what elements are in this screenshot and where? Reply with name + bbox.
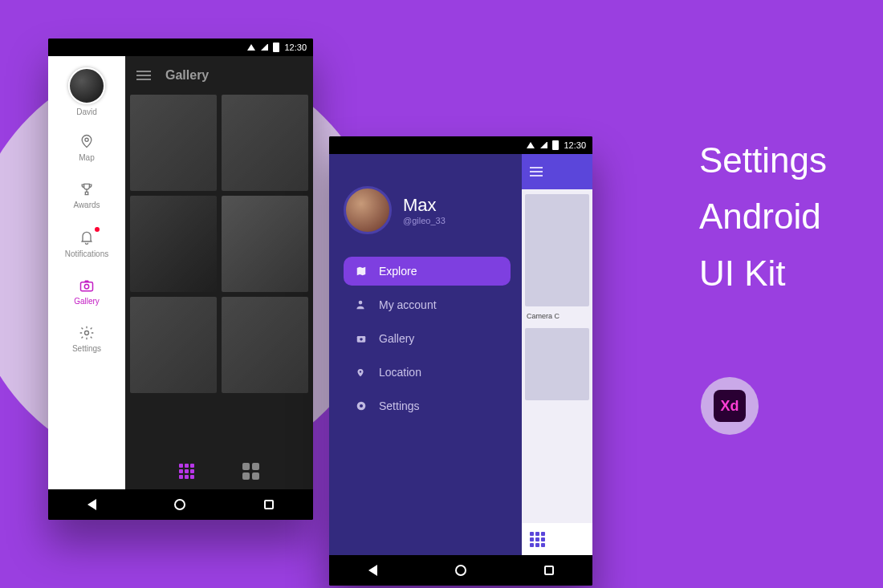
sidebar-item-label: Notifications [65,249,108,258]
gear-icon [79,325,95,341]
home-icon[interactable] [174,499,185,510]
sidebar-item-notifications[interactable]: Notifications [48,217,125,266]
drawer-menu: Explore My account Gallery [344,257,511,420]
bell-icon [79,229,95,246]
menu-item-label: Gallery [379,332,414,345]
battery-icon [273,43,279,52]
status-bar: 12:30 [329,136,592,154]
pin-icon [355,366,368,379]
grid-view-icon[interactable] [530,532,545,547]
sidebar-item-label: Settings [72,344,101,353]
menu-icon[interactable] [530,164,543,179]
user-icon [355,298,368,311]
xd-badge: Xd [701,377,759,435]
menu-icon[interactable] [136,68,151,83]
xd-logo-icon: Xd [714,390,746,422]
app-header [522,154,592,189]
content-body: Camera C [522,189,592,523]
svg-point-3 [85,331,89,335]
headline-line: Settings [699,132,827,189]
menu-item-settings[interactable]: Settings [344,391,511,420]
gallery-view-switcher [125,452,313,489]
sidebar-item-label: Gallery [74,297,100,306]
gallery-thumb[interactable] [222,196,308,292]
card-caption: Camera C [525,311,589,323]
content-card[interactable] [525,194,589,306]
avatar [344,186,392,234]
home-icon[interactable] [455,565,466,576]
phone-mockup-drawer: 12:30 Max @gileo_33 Explore [329,136,592,586]
promo-headline: Settings Android UI Kit [699,132,827,302]
recent-apps-icon[interactable] [544,566,554,575]
status-dropdown-icon [247,44,255,51]
menu-item-label: Location [379,366,421,379]
svg-point-2 [84,285,88,289]
status-time: 12:30 [564,140,586,150]
signal-icon [539,142,547,148]
content-card[interactable] [525,328,589,400]
gallery-main: Gallery [125,56,313,489]
back-icon[interactable] [368,565,377,576]
android-nav-bar [48,489,313,520]
sidebar-item-awards[interactable]: Awards [48,170,125,217]
page-title: Gallery [165,68,209,83]
phone-mockup-gallery: 12:30 David Map Awards [48,39,313,520]
gallery-thumb[interactable] [130,196,217,292]
menu-item-label: Explore [379,265,417,278]
headline-line: Android [699,189,827,245]
gallery-thumb[interactable] [130,95,217,191]
camera-icon [355,333,368,344]
gallery-thumb[interactable] [222,95,308,191]
camera-icon [78,278,96,294]
headline-line: UI Kit [699,245,827,302]
bottom-bar [522,523,592,555]
battery-icon [552,140,559,150]
trophy-icon [79,181,95,197]
navigation-drawer: Max @gileo_33 Explore [329,154,522,555]
profile-handle: @gileo_33 [403,216,446,225]
svg-point-6 [360,338,363,341]
signal-icon [260,44,268,51]
status-bar: 12:30 [48,39,313,56]
avatar[interactable] [68,67,105,104]
sidebar-item-map[interactable]: Map [48,121,125,170]
sidebar-nav: David Map Awards No [48,56,125,489]
promo-stage: 12:30 David Map Awards [0,0,883,588]
android-nav-bar [329,555,592,586]
recent-apps-icon[interactable] [264,500,274,509]
sidebar-item-gallery[interactable]: Gallery [48,266,125,314]
gear-icon [355,399,368,412]
profile-name: Max [403,195,446,216]
map-icon [355,266,368,277]
sidebar-item-label: Awards [73,201,100,209]
svg-point-9 [360,404,363,408]
gallery-thumb[interactable] [130,297,217,393]
svg-rect-1 [81,282,93,291]
menu-item-label: Settings [379,399,420,412]
content-peek[interactable]: Camera C [522,154,592,555]
menu-item-location[interactable]: Location [344,358,511,387]
svg-point-0 [85,138,88,141]
sidebar-item-settings[interactable]: Settings [48,314,125,361]
large-grid-view-icon[interactable] [242,463,259,480]
user-name: David [76,107,97,116]
profile-block[interactable]: Max @gileo_33 [344,186,511,234]
menu-item-gallery[interactable]: Gallery [344,324,511,353]
menu-item-explore[interactable]: Explore [344,257,511,286]
gallery-grid [125,95,313,452]
status-time: 12:30 [284,43,307,52]
grid-view-icon[interactable] [179,464,194,479]
menu-item-label: My account [379,298,437,311]
svg-point-4 [359,301,363,305]
menu-item-account[interactable]: My account [344,290,511,319]
pin-icon [79,132,95,150]
svg-point-7 [360,371,361,372]
status-dropdown-icon [527,142,535,148]
back-icon[interactable] [87,499,96,510]
sidebar-item-label: Map [79,153,94,162]
gallery-thumb[interactable] [222,297,308,393]
